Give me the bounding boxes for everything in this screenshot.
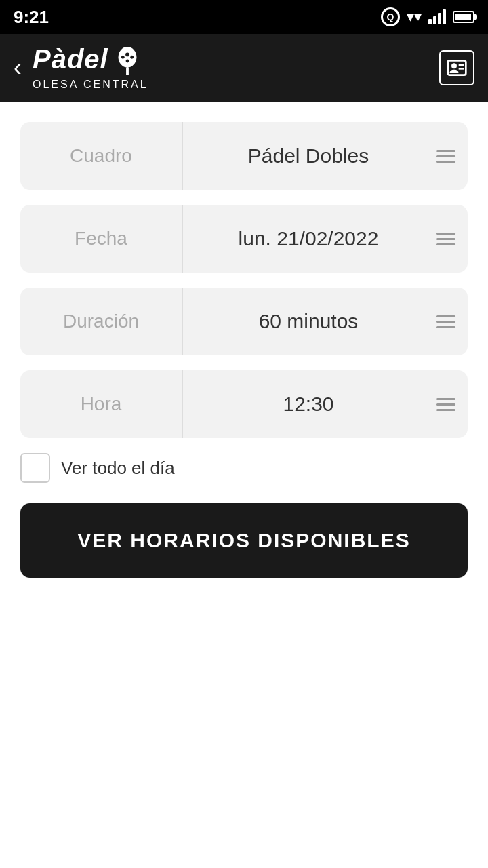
- checkbox-row[interactable]: Ver todo el día: [20, 453, 468, 483]
- profile-button[interactable]: [439, 50, 474, 85]
- svg-point-0: [118, 47, 136, 68]
- notification-icon: Q: [381, 7, 400, 26]
- duracion-label-cell: Duración: [20, 288, 183, 355]
- svg-point-2: [125, 53, 129, 57]
- fecha-label: Fecha: [75, 228, 127, 250]
- logo-padel-text: Pàdel: [33, 45, 148, 77]
- duracion-label: Duración: [63, 311, 139, 332]
- duracion-menu-icon[interactable]: [434, 288, 468, 355]
- back-button[interactable]: ‹: [14, 56, 22, 80]
- fecha-label-cell: Fecha: [20, 205, 183, 273]
- hora-row[interactable]: Hora 12:30: [20, 370, 468, 438]
- cuadro-label: Cuadro: [70, 145, 132, 167]
- wifi-icon: ▾▾: [407, 8, 422, 26]
- signal-icon: [428, 9, 446, 24]
- svg-rect-1: [126, 67, 129, 75]
- hora-value-cell: 12:30: [183, 370, 434, 438]
- cuadro-value-cell: Pádel Dobles: [183, 122, 434, 190]
- hora-label: Hora: [81, 393, 122, 415]
- cuadro-label-cell: Cuadro: [20, 122, 183, 190]
- ver-horarios-button[interactable]: VER HORARIOS DISPONIBLES: [20, 503, 468, 578]
- hora-value: 12:30: [283, 393, 333, 416]
- status-icons: Q ▾▾: [381, 7, 474, 26]
- hora-label-cell: Hora: [20, 370, 183, 438]
- duracion-value: 60 minutos: [259, 310, 359, 333]
- duracion-value-cell: 60 minutos: [183, 288, 434, 355]
- fecha-value: lun. 21/02/2022: [239, 227, 379, 250]
- svg-point-4: [130, 56, 134, 59]
- profile-card-icon: [446, 57, 468, 79]
- ver-todo-dia-label: Ver todo el día: [61, 458, 175, 479]
- hora-menu-icon[interactable]: [434, 370, 468, 438]
- cuadro-value: Pádel Dobles: [248, 144, 369, 167]
- toolbar: ‹ Pàdel: [0, 34, 488, 102]
- fecha-menu-icon[interactable]: [434, 205, 468, 273]
- duracion-row[interactable]: Duración 60 minutos: [20, 288, 468, 355]
- cuadro-row[interactable]: Cuadro Pádel Dobles: [20, 122, 468, 190]
- logo-subtitle-text: OLESA CENTRAL: [33, 79, 148, 91]
- svg-point-5: [125, 60, 129, 63]
- toolbar-left: ‹ Pàdel: [14, 45, 148, 91]
- padel-racket-icon: [111, 45, 144, 77]
- fecha-value-cell: lun. 21/02/2022: [183, 205, 434, 273]
- status-bar: 9:21 Q ▾▾: [0, 0, 488, 34]
- logo: Pàdel OLESA CENTRAL: [33, 45, 148, 91]
- cuadro-menu-icon[interactable]: [434, 122, 468, 190]
- main-content: Cuadro Pádel Dobles Fecha lun. 21/02/202…: [0, 102, 488, 868]
- svg-point-3: [121, 56, 125, 59]
- status-time: 9:21: [14, 7, 49, 28]
- svg-point-7: [451, 63, 457, 68]
- ver-todo-dia-checkbox[interactable]: [20, 453, 50, 483]
- battery-icon: [453, 11, 474, 23]
- fecha-row[interactable]: Fecha lun. 21/02/2022: [20, 205, 468, 273]
